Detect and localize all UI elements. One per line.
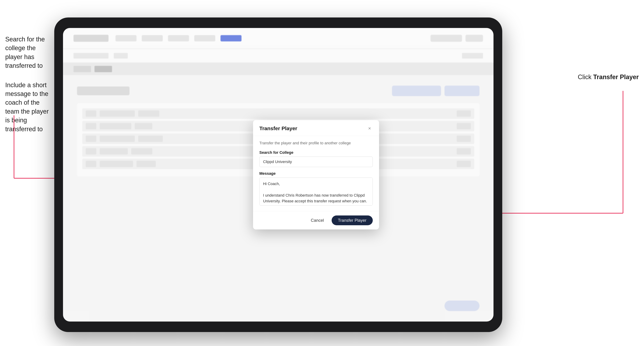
cell-5 — [86, 123, 96, 129]
app-header — [63, 28, 494, 49]
search-college-label: Search for College — [259, 150, 373, 155]
action-buttons — [392, 86, 480, 96]
bottom-action-btn — [444, 301, 480, 311]
modal-body: Transfer the player and their profile to… — [253, 136, 379, 211]
annotation-right: Click Transfer Player — [578, 73, 639, 81]
cell-19 — [136, 161, 156, 167]
nav-item-more — [194, 35, 215, 41]
cell-6 — [100, 123, 131, 129]
sub-header-action — [462, 53, 483, 58]
cell-16 — [457, 148, 471, 155]
breadcrumb-2 — [114, 53, 128, 58]
cell-12 — [457, 136, 471, 142]
nav-item-commitments — [116, 35, 136, 41]
breadcrumb-1 — [74, 53, 108, 58]
cell-17 — [86, 161, 96, 167]
cell-8 — [457, 123, 471, 129]
app-header-right — [430, 35, 483, 42]
cancel-button[interactable]: Cancel — [307, 216, 328, 225]
cell-13 — [86, 148, 96, 155]
page-title-block — [77, 86, 130, 95]
filter-2 — [94, 66, 112, 72]
cell-11 — [138, 136, 163, 142]
modal-header: Transfer Player × — [253, 120, 379, 136]
nav-item-teams — [142, 35, 163, 41]
annotation-left: Search for the college the player has tr… — [5, 35, 54, 144]
cell-2 — [100, 110, 135, 117]
message-label: Message — [259, 171, 373, 176]
cell-10 — [100, 136, 135, 142]
table-row-1 — [82, 108, 474, 119]
annotation-text-2: Include a short message to the coach of … — [5, 81, 54, 134]
modal-title: Transfer Player — [259, 126, 297, 131]
filter-1 — [74, 66, 91, 72]
modal-close-button[interactable]: × — [366, 125, 373, 132]
ipad-screen: Transfer Player × Transfer the player an… — [63, 28, 494, 322]
cell-4 — [457, 110, 471, 117]
annotation-text-1: Search for the college the player has tr… — [5, 35, 54, 70]
page-title-area — [77, 86, 480, 96]
add-player-btn — [444, 86, 480, 96]
transfer-player-modal: Transfer Player × Transfer the player an… — [253, 120, 379, 229]
nav-item-active — [220, 35, 242, 41]
search-college-input[interactable] — [259, 157, 373, 167]
header-btn-2 — [466, 35, 483, 42]
cell-20 — [457, 161, 471, 167]
modal-subtitle: Transfer the player and their profile to… — [259, 141, 373, 145]
annotation-right-prefix: Click — [578, 73, 593, 81]
cell-3 — [138, 110, 159, 117]
app-sub-header — [63, 49, 494, 63]
add-existing-btn — [392, 86, 441, 96]
cell-15 — [131, 148, 152, 155]
annotation-right-bold: Transfer Player — [593, 73, 639, 81]
ipad-device: Transfer Player × Transfer the player an… — [54, 17, 502, 332]
cell-9 — [86, 136, 96, 142]
cell-14 — [100, 148, 128, 155]
cell-1 — [86, 110, 96, 117]
filter-bar — [63, 63, 494, 75]
app-nav — [116, 35, 242, 41]
header-btn-1 — [430, 35, 462, 42]
transfer-player-button[interactable]: Transfer Player — [332, 215, 373, 225]
cell-18 — [100, 161, 133, 167]
nav-item-scouting — [168, 35, 189, 41]
app-logo — [74, 35, 108, 42]
message-textarea[interactable]: Hi Coach, I understand Chris Robertson h… — [259, 177, 373, 205]
modal-footer: Cancel Transfer Player — [253, 211, 379, 229]
cell-7 — [135, 123, 152, 129]
